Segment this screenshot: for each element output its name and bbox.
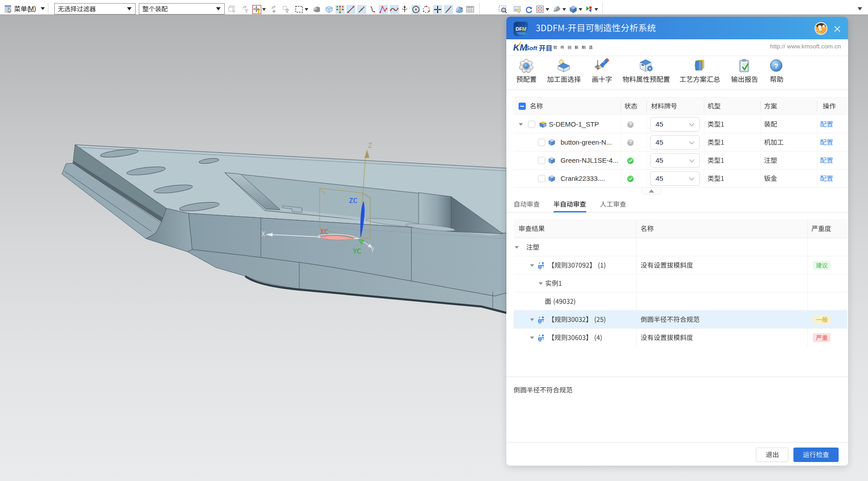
- svg-text:M: M: [522, 26, 527, 32]
- svg-text:?: ?: [629, 122, 632, 127]
- svg-text:?: ?: [774, 62, 778, 70]
- svg-text:?: ?: [629, 140, 632, 145]
- svg-text:DF: DF: [516, 26, 523, 32]
